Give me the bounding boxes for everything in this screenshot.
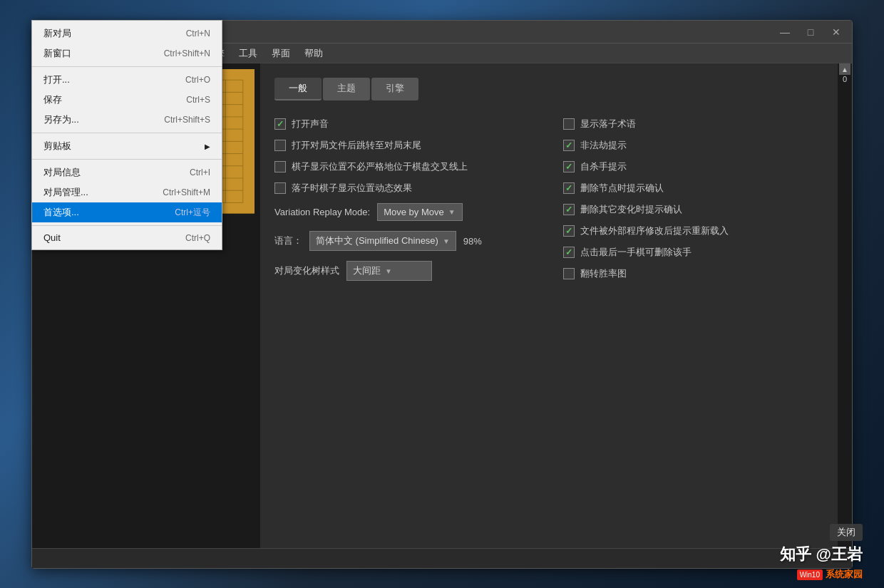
- tree-arrow-icon: ▼: [385, 267, 392, 275]
- checkbox-suicide-warn[interactable]: [563, 161, 575, 172]
- checkbox-ko-warn[interactable]: [563, 140, 575, 151]
- checkbox-row-animate: 落子时棋子显示位置动态效果: [274, 182, 535, 195]
- window-controls: — □ ✕: [775, 25, 846, 39]
- checkbox-show-terms[interactable]: [563, 118, 575, 130]
- minimize-button[interactable]: —: [775, 25, 795, 39]
- checkbox-row-del-node-confirm: 删除节点时提示确认: [563, 182, 823, 195]
- checkbox-row-show-terms: 显示落子术语: [563, 118, 823, 130]
- checkbox-row-ko-warn: 非法劫提示: [563, 139, 823, 152]
- checkbox-row-del-last-move: 点击最后一手棋可删除该手: [563, 246, 823, 259]
- menu-item-open[interactable]: 打开... Ctrl+O: [32, 70, 222, 90]
- checkbox-sound[interactable]: [274, 118, 286, 130]
- menu-help[interactable]: 帮助: [297, 43, 330, 63]
- close-button[interactable]: ✕: [826, 25, 846, 39]
- bottom-bar: [32, 548, 852, 568]
- dropdown-menu: 新对局 Ctrl+N 新窗口 Ctrl+Shift+N 打开... Ctrl+O…: [31, 20, 222, 250]
- menu-item-new-window[interactable]: 新窗口 Ctrl+Shift+N: [32, 43, 222, 63]
- menu-item-game-info[interactable]: 对局信息 Ctrl+I: [32, 163, 222, 182]
- tab-engine[interactable]: 引擎: [371, 78, 418, 100]
- checkbox-row-flip-winrate: 翻转胜率图: [563, 267, 823, 280]
- checkbox-row-suicide-warn: 自杀手提示: [563, 160, 823, 173]
- clipboard-arrow-icon: ▶: [205, 143, 210, 150]
- settings-columns: 打开声音 打开对局文件后跳转至对局末尾 棋子显示位置不必严格地位于棋盘交叉线上: [274, 118, 823, 291]
- settings-left-col: 打开声音 打开对局文件后跳转至对局末尾 棋子显示位置不必严格地位于棋盘交叉线上: [274, 118, 535, 291]
- tab-general[interactable]: 一般: [274, 78, 322, 100]
- watermark-logo-text: 系统家园: [826, 568, 863, 581]
- menu-item-quit[interactable]: Quit Ctrl+Q: [32, 229, 222, 247]
- checkbox-stone-pos[interactable]: [274, 161, 286, 172]
- checkbox-del-last-move[interactable]: [563, 247, 575, 258]
- menu-item-save[interactable]: 保存 Ctrl+S: [32, 90, 222, 110]
- scroll-up-icon: ▲: [841, 66, 848, 73]
- settings-right-col: 显示落子术语 非法劫提示 自杀手提示 删除节点时提示: [563, 118, 823, 291]
- language-select[interactable]: 简体中文 (Simplified Chinese) ▼: [309, 231, 456, 251]
- tab-theme[interactable]: 主题: [323, 78, 370, 100]
- checkbox-row-file-changed: 文件被外部程序修改后提示重新载入: [563, 225, 823, 237]
- variation-arrow-icon: ▼: [448, 208, 456, 216]
- menu-item-game-mgr[interactable]: 对局管理... Ctrl+Shift+M: [32, 182, 222, 202]
- menu-ui[interactable]: 界面: [264, 43, 297, 63]
- form-row-language: 语言： 简体中文 (Simplified Chinese) ▼ 98%: [274, 231, 535, 251]
- language-arrow-icon: ▼: [443, 237, 450, 245]
- menu-item-preferences[interactable]: 首选项... Ctrl+逗号: [32, 202, 222, 222]
- form-row-tree-style: 对局变化树样式 大间距 ▼: [274, 261, 535, 281]
- separator-4: [32, 225, 222, 226]
- maximize-button[interactable]: □: [801, 25, 821, 39]
- form-row-variation: Variation Replay Mode: Move by Move ▼: [274, 203, 535, 221]
- checkbox-flip-winrate[interactable]: [563, 268, 575, 279]
- checkbox-row-jump-end: 打开对局文件后跳转至对局末尾: [274, 139, 535, 152]
- checkbox-row-del-var-confirm: 删除其它变化时提示确认: [563, 203, 823, 216]
- watermark: 关闭 知乎 @王岩 Win10 系统家园: [780, 524, 863, 581]
- watermark-site-text: 知乎 @王岩: [780, 544, 863, 565]
- scroll-number: 0: [843, 75, 847, 83]
- menu-item-new-game[interactable]: 新对局 Ctrl+N: [32, 24, 222, 43]
- separator-3: [32, 159, 222, 160]
- scroll-up-button[interactable]: ▲: [839, 63, 850, 75]
- variation-replay-select[interactable]: Move by Move ▼: [377, 203, 463, 221]
- checkbox-row-sound: 打开声音: [274, 118, 535, 130]
- separator-1: [32, 66, 222, 67]
- checkbox-jump-end[interactable]: [274, 140, 286, 151]
- separator-2: [32, 133, 222, 133]
- watermark-close-label: 关闭: [830, 524, 863, 541]
- checkbox-row-stone-pos: 棋子显示位置不必严格地位于棋盘交叉线上: [274, 160, 535, 173]
- watermark-badge: Win10: [797, 569, 823, 580]
- watermark-logo: Win10 系统家园: [797, 568, 863, 581]
- checkbox-del-var-confirm[interactable]: [563, 204, 575, 215]
- tabs-container: 一般 主题 引擎: [274, 78, 823, 100]
- checkbox-del-node-confirm[interactable]: [563, 182, 575, 194]
- menu-item-clipboard[interactable]: 剪贴板 ▶: [32, 136, 222, 156]
- checkbox-animate[interactable]: [274, 182, 286, 194]
- tree-style-select[interactable]: 大间距 ▼: [346, 261, 432, 281]
- checkbox-file-changed[interactable]: [563, 225, 575, 237]
- right-scroll: ▲ 0: [838, 63, 852, 568]
- menu-item-save-as[interactable]: 另存为... Ctrl+Shift+S: [32, 110, 222, 130]
- menu-tools[interactable]: 工具: [232, 43, 264, 63]
- settings-panel: 一般 主题 引擎 打开声音: [260, 63, 838, 568]
